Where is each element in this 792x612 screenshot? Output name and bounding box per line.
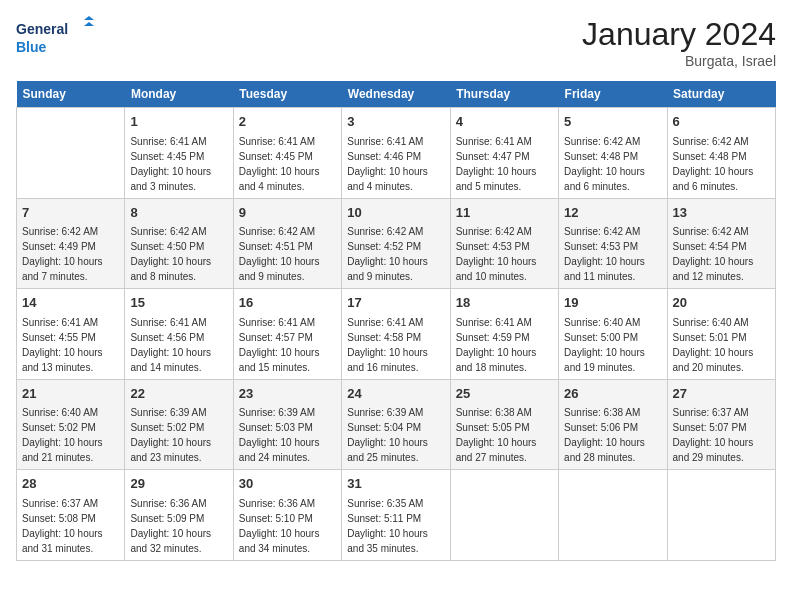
day-info: Sunrise: 6:37 AMSunset: 5:08 PMDaylight:… xyxy=(22,496,119,556)
calendar-cell: 6Sunrise: 6:42 AMSunset: 4:48 PMDaylight… xyxy=(667,108,775,199)
calendar-cell xyxy=(17,108,125,199)
calendar-table: SundayMondayTuesdayWednesdayThursdayFrid… xyxy=(16,81,776,561)
day-number: 29 xyxy=(130,474,227,494)
day-info: Sunrise: 6:42 AMSunset: 4:51 PMDaylight:… xyxy=(239,224,336,284)
day-number: 24 xyxy=(347,384,444,404)
day-info: Sunrise: 6:41 AMSunset: 4:56 PMDaylight:… xyxy=(130,315,227,375)
day-info: Sunrise: 6:39 AMSunset: 5:03 PMDaylight:… xyxy=(239,405,336,465)
day-info: Sunrise: 6:36 AMSunset: 5:10 PMDaylight:… xyxy=(239,496,336,556)
day-number: 10 xyxy=(347,203,444,223)
column-header-wednesday: Wednesday xyxy=(342,81,450,108)
svg-text:Blue: Blue xyxy=(16,39,47,55)
day-info: Sunrise: 6:36 AMSunset: 5:09 PMDaylight:… xyxy=(130,496,227,556)
calendar-cell: 30Sunrise: 6:36 AMSunset: 5:10 PMDayligh… xyxy=(233,470,341,561)
calendar-cell: 14Sunrise: 6:41 AMSunset: 4:55 PMDayligh… xyxy=(17,289,125,380)
day-number: 3 xyxy=(347,112,444,132)
calendar-cell: 24Sunrise: 6:39 AMSunset: 5:04 PMDayligh… xyxy=(342,379,450,470)
calendar-cell: 23Sunrise: 6:39 AMSunset: 5:03 PMDayligh… xyxy=(233,379,341,470)
day-number: 16 xyxy=(239,293,336,313)
day-number: 27 xyxy=(673,384,770,404)
column-header-saturday: Saturday xyxy=(667,81,775,108)
svg-text:General: General xyxy=(16,21,68,37)
day-number: 11 xyxy=(456,203,553,223)
calendar-cell xyxy=(667,470,775,561)
day-info: Sunrise: 6:41 AMSunset: 4:47 PMDaylight:… xyxy=(456,134,553,194)
calendar-cell: 12Sunrise: 6:42 AMSunset: 4:53 PMDayligh… xyxy=(559,198,667,289)
day-info: Sunrise: 6:42 AMSunset: 4:50 PMDaylight:… xyxy=(130,224,227,284)
day-info: Sunrise: 6:39 AMSunset: 5:04 PMDaylight:… xyxy=(347,405,444,465)
day-info: Sunrise: 6:41 AMSunset: 4:45 PMDaylight:… xyxy=(130,134,227,194)
calendar-cell: 22Sunrise: 6:39 AMSunset: 5:02 PMDayligh… xyxy=(125,379,233,470)
calendar-cell: 2Sunrise: 6:41 AMSunset: 4:45 PMDaylight… xyxy=(233,108,341,199)
calendar-cell: 28Sunrise: 6:37 AMSunset: 5:08 PMDayligh… xyxy=(17,470,125,561)
day-info: Sunrise: 6:42 AMSunset: 4:49 PMDaylight:… xyxy=(22,224,119,284)
calendar-week-3: 14Sunrise: 6:41 AMSunset: 4:55 PMDayligh… xyxy=(17,289,776,380)
calendar-cell: 27Sunrise: 6:37 AMSunset: 5:07 PMDayligh… xyxy=(667,379,775,470)
day-number: 13 xyxy=(673,203,770,223)
column-header-monday: Monday xyxy=(125,81,233,108)
calendar-cell: 16Sunrise: 6:41 AMSunset: 4:57 PMDayligh… xyxy=(233,289,341,380)
day-number: 14 xyxy=(22,293,119,313)
day-number: 26 xyxy=(564,384,661,404)
calendar-cell: 11Sunrise: 6:42 AMSunset: 4:53 PMDayligh… xyxy=(450,198,558,289)
day-number: 15 xyxy=(130,293,227,313)
calendar-cell: 19Sunrise: 6:40 AMSunset: 5:00 PMDayligh… xyxy=(559,289,667,380)
day-info: Sunrise: 6:41 AMSunset: 4:55 PMDaylight:… xyxy=(22,315,119,375)
calendar-cell: 17Sunrise: 6:41 AMSunset: 4:58 PMDayligh… xyxy=(342,289,450,380)
column-header-tuesday: Tuesday xyxy=(233,81,341,108)
day-number: 4 xyxy=(456,112,553,132)
day-info: Sunrise: 6:39 AMSunset: 5:02 PMDaylight:… xyxy=(130,405,227,465)
day-info: Sunrise: 6:35 AMSunset: 5:11 PMDaylight:… xyxy=(347,496,444,556)
day-number: 8 xyxy=(130,203,227,223)
day-number: 1 xyxy=(130,112,227,132)
day-info: Sunrise: 6:41 AMSunset: 4:58 PMDaylight:… xyxy=(347,315,444,375)
page-header: General Blue January 2024 Burgata, Israe… xyxy=(16,16,776,69)
calendar-cell xyxy=(559,470,667,561)
day-info: Sunrise: 6:42 AMSunset: 4:48 PMDaylight:… xyxy=(673,134,770,194)
day-info: Sunrise: 6:42 AMSunset: 4:53 PMDaylight:… xyxy=(456,224,553,284)
calendar-cell: 8Sunrise: 6:42 AMSunset: 4:50 PMDaylight… xyxy=(125,198,233,289)
day-number: 18 xyxy=(456,293,553,313)
day-number: 21 xyxy=(22,384,119,404)
calendar-cell: 3Sunrise: 6:41 AMSunset: 4:46 PMDaylight… xyxy=(342,108,450,199)
calendar-week-2: 7Sunrise: 6:42 AMSunset: 4:49 PMDaylight… xyxy=(17,198,776,289)
day-info: Sunrise: 6:40 AMSunset: 5:00 PMDaylight:… xyxy=(564,315,661,375)
calendar-cell: 26Sunrise: 6:38 AMSunset: 5:06 PMDayligh… xyxy=(559,379,667,470)
day-number: 7 xyxy=(22,203,119,223)
day-info: Sunrise: 6:42 AMSunset: 4:53 PMDaylight:… xyxy=(564,224,661,284)
day-info: Sunrise: 6:41 AMSunset: 4:59 PMDaylight:… xyxy=(456,315,553,375)
svg-marker-3 xyxy=(84,22,94,26)
day-info: Sunrise: 6:38 AMSunset: 5:06 PMDaylight:… xyxy=(564,405,661,465)
calendar-week-4: 21Sunrise: 6:40 AMSunset: 5:02 PMDayligh… xyxy=(17,379,776,470)
column-header-thursday: Thursday xyxy=(450,81,558,108)
day-info: Sunrise: 6:38 AMSunset: 5:05 PMDaylight:… xyxy=(456,405,553,465)
day-number: 9 xyxy=(239,203,336,223)
calendar-cell: 21Sunrise: 6:40 AMSunset: 5:02 PMDayligh… xyxy=(17,379,125,470)
day-number: 5 xyxy=(564,112,661,132)
header-row: SundayMondayTuesdayWednesdayThursdayFrid… xyxy=(17,81,776,108)
calendar-cell: 1Sunrise: 6:41 AMSunset: 4:45 PMDaylight… xyxy=(125,108,233,199)
day-info: Sunrise: 6:42 AMSunset: 4:54 PMDaylight:… xyxy=(673,224,770,284)
day-number: 22 xyxy=(130,384,227,404)
column-header-friday: Friday xyxy=(559,81,667,108)
calendar-cell: 13Sunrise: 6:42 AMSunset: 4:54 PMDayligh… xyxy=(667,198,775,289)
day-number: 25 xyxy=(456,384,553,404)
day-number: 28 xyxy=(22,474,119,494)
day-number: 31 xyxy=(347,474,444,494)
calendar-cell: 4Sunrise: 6:41 AMSunset: 4:47 PMDaylight… xyxy=(450,108,558,199)
day-number: 20 xyxy=(673,293,770,313)
calendar-week-1: 1Sunrise: 6:41 AMSunset: 4:45 PMDaylight… xyxy=(17,108,776,199)
day-info: Sunrise: 6:41 AMSunset: 4:46 PMDaylight:… xyxy=(347,134,444,194)
calendar-body: 1Sunrise: 6:41 AMSunset: 4:45 PMDaylight… xyxy=(17,108,776,561)
day-info: Sunrise: 6:40 AMSunset: 5:02 PMDaylight:… xyxy=(22,405,119,465)
day-info: Sunrise: 6:42 AMSunset: 4:48 PMDaylight:… xyxy=(564,134,661,194)
day-info: Sunrise: 6:37 AMSunset: 5:07 PMDaylight:… xyxy=(673,405,770,465)
calendar-cell: 20Sunrise: 6:40 AMSunset: 5:01 PMDayligh… xyxy=(667,289,775,380)
day-number: 30 xyxy=(239,474,336,494)
day-info: Sunrise: 6:41 AMSunset: 4:57 PMDaylight:… xyxy=(239,315,336,375)
calendar-cell: 9Sunrise: 6:42 AMSunset: 4:51 PMDaylight… xyxy=(233,198,341,289)
calendar-cell: 10Sunrise: 6:42 AMSunset: 4:52 PMDayligh… xyxy=(342,198,450,289)
location: Burgata, Israel xyxy=(582,53,776,69)
calendar-cell: 25Sunrise: 6:38 AMSunset: 5:05 PMDayligh… xyxy=(450,379,558,470)
column-header-sunday: Sunday xyxy=(17,81,125,108)
